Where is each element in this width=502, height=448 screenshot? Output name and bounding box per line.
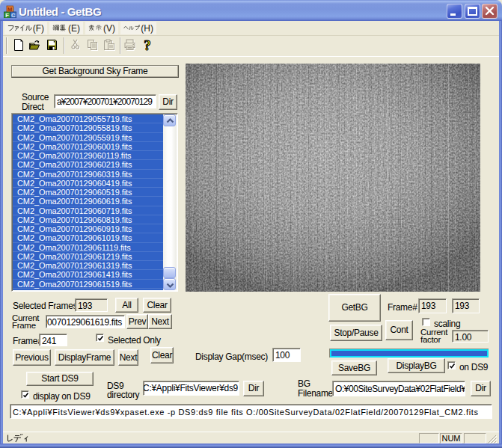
svg-text:C: C [11, 12, 16, 18]
svg-text:?: ? [144, 39, 151, 51]
svg-text:F: F [5, 12, 9, 18]
